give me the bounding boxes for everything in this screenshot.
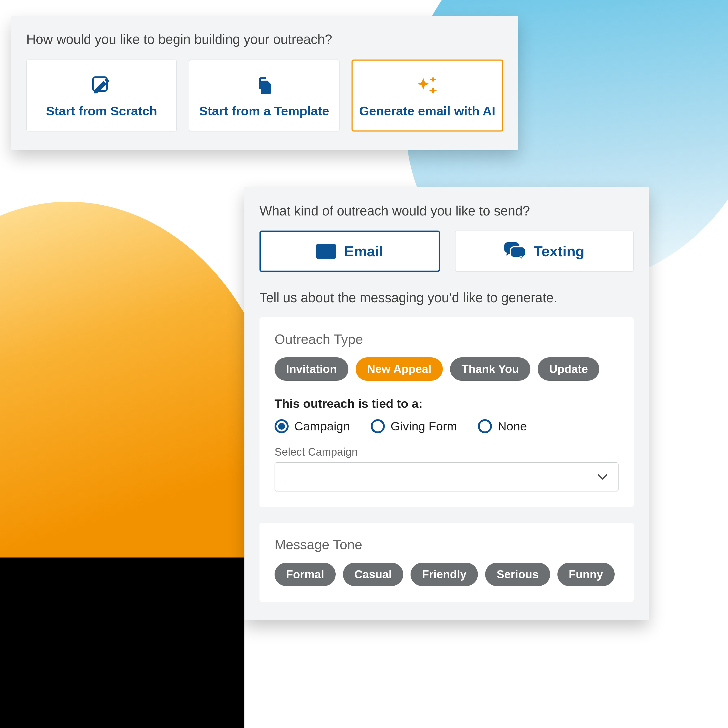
radio-icon [478,419,492,433]
channel-texting-label: Texting [534,243,584,260]
radio-campaign-label: Campaign [294,419,350,433]
generate-with-ai-label: Generate email with AI [359,103,495,119]
channel-email-label: Email [344,243,383,260]
pill-new-appeal[interactable]: New Appeal [356,357,443,381]
select-campaign-label: Select Campaign [274,446,619,458]
start-from-template-card[interactable]: Start from a Template [189,60,339,132]
outreach-type-title: Outreach Type [274,331,619,347]
start-panel: How would you like to begin building you… [11,16,518,150]
message-tone-box: Message Tone Formal Casual Friendly Seri… [259,523,634,602]
outreach-type-box: Outreach Type Invitation New Appeal Than… [259,317,634,507]
sparkles-icon [415,74,439,98]
channel-texting-card[interactable]: Texting [455,231,634,272]
messaging-subprompt: Tell us about the messaging you’d like t… [259,290,634,305]
start-from-template-label: Start from a Template [199,103,329,119]
pill-friendly[interactable]: Friendly [411,563,478,586]
pill-serious[interactable]: Serious [485,563,550,586]
start-options-row: Start from Scratch Start from a Template [26,60,503,132]
pill-invitation[interactable]: Invitation [274,357,348,381]
radio-campaign[interactable]: Campaign [274,419,350,433]
generate-with-ai-card[interactable]: Generate email with AI [351,60,503,132]
radio-giving-form[interactable]: Giving Form [371,419,457,433]
edit-icon [92,74,112,98]
message-tone-title: Message Tone [274,537,619,552]
svg-rect-2 [510,247,525,257]
message-tone-pills: Formal Casual Friendly Serious Funny [274,563,619,586]
radio-giving-form-label: Giving Form [391,419,457,433]
pill-formal[interactable]: Formal [274,563,336,586]
select-campaign-dropdown[interactable] [274,462,619,491]
radio-none[interactable]: None [478,419,527,433]
decorative-black-block [0,558,244,728]
radio-icon [274,419,289,433]
channel-email-card[interactable]: Email [259,231,440,272]
radio-icon [371,419,385,433]
copy-icon [254,74,274,98]
outreach-type-pills: Invitation New Appeal Thank You Update [274,357,619,381]
radio-none-label: None [498,419,527,433]
start-from-scratch-label: Start from Scratch [46,103,157,119]
start-prompt: How would you like to begin building you… [26,32,503,47]
start-from-scratch-card[interactable]: Start from Scratch [26,60,177,132]
pill-casual[interactable]: Casual [343,563,403,586]
envelope-icon [316,244,336,259]
channel-options-row: Email Texting [259,231,634,272]
tied-to-label: This outreach is tied to a: [274,396,619,411]
chat-icon [504,242,526,260]
channel-prompt: What kind of outreach would you like to … [259,203,634,219]
pill-thank-you[interactable]: Thank You [450,357,530,381]
pill-update[interactable]: Update [538,357,599,381]
tied-to-radio-row: Campaign Giving Form None [274,419,619,433]
chevron-down-icon [597,474,608,480]
outreach-config-panel: What kind of outreach would you like to … [244,187,649,620]
pill-funny[interactable]: Funny [558,563,615,586]
